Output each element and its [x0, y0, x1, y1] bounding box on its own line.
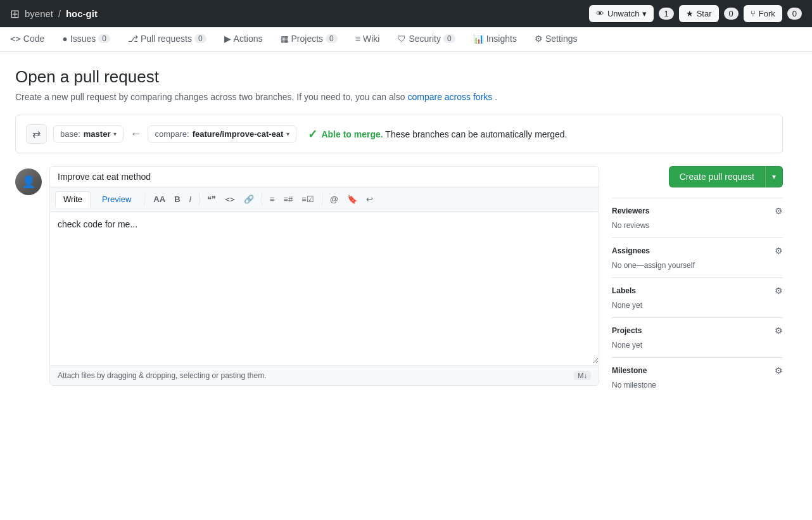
- tab-projects[interactable]: ▦ Projects 0: [272, 27, 346, 51]
- attach-bar: Attach files by dragging & dropping, sel…: [50, 365, 599, 385]
- labels-value: None yet: [612, 301, 642, 310]
- toolbar-code-button[interactable]: <>: [221, 193, 239, 206]
- compare-branch-dropdown[interactable]: compare: feature/improve-cat-eat ▾: [148, 125, 296, 143]
- base-branch-name: master: [84, 129, 111, 139]
- create-dropdown-button[interactable]: ▾: [765, 166, 783, 187]
- toolbar-italic-button[interactable]: I: [186, 193, 196, 206]
- security-icon: 🛡: [397, 34, 406, 44]
- repo-name[interactable]: hoc-git: [66, 8, 98, 19]
- tab-wiki[interactable]: ≡ Wiki: [346, 27, 389, 51]
- assignees-gear-icon[interactable]: ⚙: [775, 246, 783, 256]
- form-actions: Create pull request ▾: [612, 166, 783, 187]
- pr-sidebar: Create pull request ▾ Reviewers ⚙ No rev…: [612, 166, 783, 397]
- avatar: 👤: [15, 168, 42, 195]
- projects-value: None yet: [612, 341, 642, 350]
- toolbar-mention-button[interactable]: @: [326, 193, 342, 206]
- compare-forks-link[interactable]: compare across forks: [407, 92, 492, 102]
- milestone-header: Milestone ⚙: [612, 365, 783, 376]
- tab-settings[interactable]: ⚙ Settings: [526, 27, 587, 51]
- base-branch-dropdown[interactable]: base: master ▾: [53, 125, 124, 143]
- pr-body-textarea[interactable]: check code for me...: [50, 212, 599, 364]
- projects-header: Projects ⚙: [612, 326, 783, 336]
- tab-pull-requests[interactable]: ⎇ Pull requests 0: [119, 27, 215, 51]
- main-content: Open a pull request Create a new pull re…: [0, 52, 798, 412]
- actions-icon: ▶: [224, 34, 231, 44]
- labels-gear-icon[interactable]: ⚙: [775, 286, 783, 296]
- star-count: 0: [724, 8, 739, 20]
- milestone-gear-icon[interactable]: ⚙: [775, 365, 783, 376]
- projects-title: Projects: [612, 326, 642, 335]
- labels-section: Labels ⚙ None yet: [612, 277, 783, 317]
- toolbar-font-size-button[interactable]: AA: [149, 193, 169, 206]
- page-subtitle: Create a new pull request by comparing c…: [15, 92, 783, 102]
- subtitle-pre: Create a new pull request by comparing c…: [15, 92, 405, 102]
- reviewers-gear-icon[interactable]: ⚙: [775, 206, 783, 216]
- projects-icon: ▦: [281, 34, 289, 44]
- merge-status: ✓ Able to merge. These branches can be a…: [308, 127, 567, 141]
- page-title: Open a pull request: [15, 67, 783, 87]
- repo-title: ⊞ byenet / hoc-git: [10, 7, 98, 21]
- pr-form-container: 👤 Write Preview AA B I ❝❞ <> 🔗: [15, 166, 599, 386]
- top-actions: 👁 Unwatch ▾ 1 ★ Star 0 ⑂ Fork 0: [589, 5, 802, 22]
- labels-title: Labels: [612, 286, 636, 295]
- merge-status-detail: These branches can be automatically merg…: [385, 129, 567, 139]
- toolbar-ordered-list-button[interactable]: ≡#: [279, 193, 296, 206]
- toolbar-quote-button[interactable]: ❝❞: [203, 193, 220, 206]
- fork-label: Fork: [759, 9, 775, 18]
- toolbar-separator-3: [262, 193, 262, 206]
- star-label: Star: [697, 9, 712, 18]
- editor-toolbar: Write Preview AA B I ❝❞ <> 🔗 ≡ ≡# ≡☑ @: [50, 187, 599, 212]
- toolbar-separator-4: [322, 193, 322, 206]
- toolbar-separator-2: [199, 193, 200, 206]
- pr-layout: 👤 Write Preview AA B I ❝❞ <> 🔗: [15, 166, 783, 397]
- watch-button[interactable]: 👁 Unwatch ▾: [589, 5, 654, 22]
- reviewers-value: No reviews: [612, 221, 649, 230]
- toolbar-reference-button[interactable]: 🔖: [343, 193, 361, 206]
- tab-write-button[interactable]: Write: [55, 191, 91, 208]
- pr-title-input[interactable]: [50, 167, 599, 187]
- projects-gear-icon[interactable]: ⚙: [775, 326, 783, 336]
- attach-text: Attach files by dragging & dropping, sel…: [58, 371, 267, 380]
- milestone-value: No milestone: [612, 381, 656, 390]
- toolbar-bold-button[interactable]: B: [170, 193, 184, 206]
- toolbar-link-button[interactable]: 🔗: [240, 193, 258, 206]
- wiki-icon: ≡: [355, 34, 360, 44]
- tab-preview-button[interactable]: Preview: [94, 192, 139, 206]
- fork-button[interactable]: ⑂ Fork: [744, 5, 782, 22]
- tab-insights[interactable]: 📊 Insights: [464, 27, 526, 51]
- fork-icon: ⑂: [751, 9, 756, 18]
- merge-status-bold: Able to merge.: [321, 129, 383, 139]
- title-separator: /: [58, 9, 61, 19]
- star-button[interactable]: ★ Star: [679, 5, 719, 22]
- toolbar-unordered-list-button[interactable]: ≡: [266, 193, 279, 206]
- projects-section: Projects ⚙ None yet: [612, 317, 783, 357]
- base-caret-icon: ▾: [113, 130, 117, 137]
- pr-form: Write Preview AA B I ❝❞ <> 🔗 ≡ ≡# ≡☑ @: [49, 166, 599, 386]
- assignees-section: Assignees ⚙ No one—assign yourself: [612, 238, 783, 277]
- pr-icon: ⎇: [128, 34, 138, 44]
- pr-badge: 0: [194, 34, 206, 43]
- org-name[interactable]: byenet: [25, 8, 53, 19]
- toolbar-reply-button[interactable]: ↩: [362, 193, 377, 206]
- tab-issues[interactable]: ● Issues 0: [53, 27, 119, 51]
- compare-branch-name: feature/improve-cat-eat: [193, 129, 284, 139]
- switch-branches-button[interactable]: ⇄: [26, 124, 47, 144]
- tab-code[interactable]: <> Code: [10, 27, 53, 51]
- reviewers-header: Reviewers ⚙: [612, 206, 783, 216]
- assignees-title: Assignees: [612, 246, 650, 255]
- issues-icon: ●: [62, 34, 67, 44]
- code-icon: <>: [10, 34, 21, 44]
- projects-badge: 0: [326, 34, 338, 43]
- create-pull-request-button[interactable]: Create pull request: [669, 166, 765, 187]
- tab-actions[interactable]: ▶ Actions: [215, 27, 272, 51]
- toolbar-task-list-button[interactable]: ≡☑: [298, 193, 318, 206]
- tab-security[interactable]: 🛡 Security 0: [388, 27, 464, 51]
- milestone-section: Milestone ⚙ No milestone: [612, 357, 783, 397]
- settings-icon: ⚙: [535, 34, 543, 44]
- compare-caret-icon: ▾: [286, 130, 289, 137]
- repo-icon: ⊞: [10, 7, 20, 21]
- fork-count: 0: [787, 8, 802, 20]
- branch-selector: ⇄ base: master ▾ ← compare: feature/impr…: [15, 115, 783, 153]
- create-button-group: Create pull request ▾: [669, 166, 783, 187]
- top-bar: ⊞ byenet / hoc-git 👁 Unwatch ▾ 1 ★ Star …: [0, 0, 812, 27]
